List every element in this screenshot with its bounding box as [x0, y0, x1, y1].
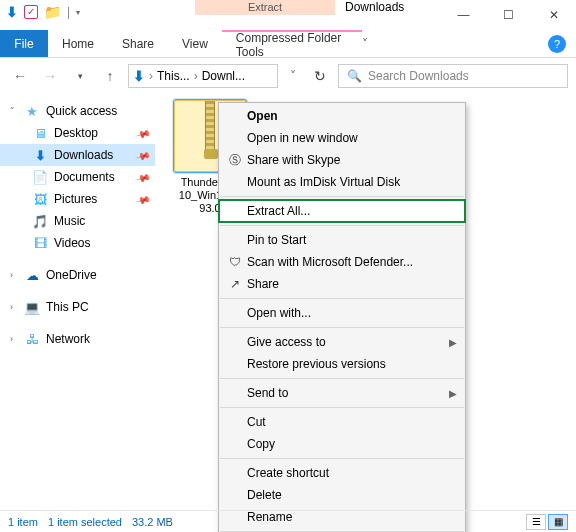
search-icon: 🔍 — [347, 69, 362, 83]
menu-open-new-window[interactable]: Open in new window — [219, 127, 465, 149]
menu-create-shortcut[interactable]: Create shortcut — [219, 462, 465, 484]
nav-label: This PC — [46, 300, 89, 314]
menu-share-skype[interactable]: ⓈShare with Skype — [219, 149, 465, 171]
up-button[interactable]: ↑ — [98, 68, 122, 84]
menu-separator — [220, 327, 464, 328]
pin-icon: 📌 — [135, 125, 151, 141]
network-icon: 🖧 — [24, 332, 40, 347]
chevron-right-icon[interactable]: › — [10, 334, 18, 344]
videos-icon: 🎞 — [32, 236, 48, 251]
details-view-button[interactable]: ☰ — [526, 514, 546, 530]
nav-pictures[interactable]: 🖼 Pictures 📌 — [0, 188, 155, 210]
nav-desktop[interactable]: 🖥 Desktop 📌 — [0, 122, 155, 144]
nav-label: Network — [46, 332, 90, 346]
menu-send-to[interactable]: Send to▶ — [219, 382, 465, 404]
menu-separator — [220, 196, 464, 197]
skype-icon: Ⓢ — [223, 152, 247, 169]
file-tab[interactable]: File — [0, 30, 48, 57]
menu-share[interactable]: ↗Share — [219, 273, 465, 295]
chevron-right-icon[interactable]: › — [10, 270, 18, 280]
navigation-pane: ˅ ★ Quick access 🖥 Desktop 📌 ⬇ Downloads… — [0, 94, 155, 510]
chevron-right-icon: ▶ — [449, 388, 457, 399]
menu-separator — [220, 458, 464, 459]
pin-icon: 📌 — [135, 147, 151, 163]
qat-divider: | — [67, 5, 70, 19]
properties-qat-icon[interactable]: ✓ — [24, 5, 38, 19]
context-menu: Open Open in new window ⓈShare with Skyp… — [218, 102, 466, 532]
nav-this-pc[interactable]: › 💻 This PC — [0, 296, 155, 318]
chevron-right-icon[interactable]: › — [194, 69, 198, 83]
window-controls: — ☐ ✕ — [441, 0, 576, 30]
nav-music[interactable]: 🎵 Music — [0, 210, 155, 232]
menu-restore-previous[interactable]: Restore previous versions — [219, 353, 465, 375]
pin-icon: 📌 — [135, 169, 151, 185]
download-arrow-icon: ⬇ — [6, 4, 18, 20]
menu-delete[interactable]: Delete — [219, 484, 465, 506]
menu-separator — [220, 225, 464, 226]
qat-dropdown-icon[interactable]: ▾ — [76, 8, 80, 17]
menu-pin-to-start[interactable]: Pin to Start — [219, 229, 465, 251]
menu-separator — [220, 298, 464, 299]
desktop-icon: 🖥 — [32, 126, 48, 141]
nav-label: Desktop — [54, 126, 98, 140]
address-dropdown-icon[interactable]: ˅ — [284, 69, 302, 83]
nav-label: Pictures — [54, 192, 97, 206]
nav-downloads[interactable]: ⬇ Downloads 📌 — [0, 144, 155, 166]
tab-compressed-folder-tools[interactable]: Compressed Folder Tools — [222, 30, 362, 57]
view-mode-toggle: ☰ ▦ — [526, 514, 568, 530]
nav-network[interactable]: › 🖧 Network — [0, 328, 155, 350]
breadcrumb-bar[interactable]: ⬇ › This... › Downl... — [128, 64, 278, 88]
music-icon: 🎵 — [32, 214, 48, 229]
nav-label: Videos — [54, 236, 90, 250]
nav-label: Downloads — [54, 148, 113, 162]
menu-mount-imdisk[interactable]: Mount as ImDisk Virtual Disk — [219, 171, 465, 193]
chevron-down-icon[interactable]: ˅ — [10, 106, 18, 116]
recent-locations-button[interactable]: ▾ — [68, 71, 92, 81]
menu-give-access-to[interactable]: Give access to▶ — [219, 331, 465, 353]
folder-qat-icon[interactable]: 📁 — [44, 4, 61, 20]
menu-open[interactable]: Open — [219, 105, 465, 127]
menu-separator — [220, 407, 464, 408]
maximize-button[interactable]: ☐ — [486, 0, 531, 30]
refresh-button[interactable]: ↻ — [308, 68, 332, 84]
shield-icon: 🛡 — [223, 255, 247, 269]
search-box[interactable]: 🔍 Search Downloads — [338, 64, 568, 88]
nav-videos[interactable]: 🎞 Videos — [0, 232, 155, 254]
menu-extract-all[interactable]: Extract All... — [219, 200, 465, 222]
chevron-right-icon[interactable]: › — [10, 302, 18, 312]
address-bar: ← → ▾ ↑ ⬇ › This... › Downl... ˅ ↻ 🔍 Sea… — [0, 58, 576, 94]
nav-documents[interactable]: 📄 Documents 📌 — [0, 166, 155, 188]
chevron-right-icon[interactable]: › — [149, 69, 153, 83]
monitor-icon: 💻 — [24, 300, 40, 315]
nav-label: Documents — [54, 170, 115, 184]
menu-open-with[interactable]: Open with... — [219, 302, 465, 324]
window-title: Downloads — [335, 0, 441, 14]
nav-label: OneDrive — [46, 268, 97, 282]
breadcrumb-item[interactable]: Downl... — [202, 69, 245, 83]
menu-scan-defender[interactable]: 🛡Scan with Microsoft Defender... — [219, 251, 465, 273]
menu-cut[interactable]: Cut — [219, 411, 465, 433]
quick-access-toolbar: ⬇ ✓ 📁 | ▾ — [0, 0, 195, 24]
search-placeholder: Search Downloads — [368, 69, 469, 83]
nav-quick-access[interactable]: ˅ ★ Quick access — [0, 100, 155, 122]
title-bar: ⬇ ✓ 📁 | ▾ Extract Downloads — ☐ ✕ — [0, 0, 576, 30]
nav-onedrive[interactable]: › ☁ OneDrive — [0, 264, 155, 286]
share-icon: ↗ — [223, 277, 247, 291]
download-icon: ⬇ — [32, 148, 48, 163]
location-icon: ⬇ — [133, 68, 145, 84]
contextual-tab-category: Extract — [195, 0, 335, 15]
minimize-button[interactable]: — — [441, 0, 486, 30]
large-icons-view-button[interactable]: ▦ — [548, 514, 568, 530]
star-icon: ★ — [24, 104, 40, 119]
tab-home[interactable]: Home — [48, 30, 108, 57]
breadcrumb-item[interactable]: This... — [157, 69, 190, 83]
close-button[interactable]: ✕ — [531, 0, 576, 30]
tab-share[interactable]: Share — [108, 30, 168, 57]
ribbon-expand-icon[interactable]: ˅ — [362, 37, 368, 51]
pictures-icon: 🖼 — [32, 192, 48, 207]
tab-view[interactable]: View — [168, 30, 222, 57]
menu-copy[interactable]: Copy — [219, 433, 465, 455]
help-icon[interactable]: ? — [548, 35, 566, 53]
forward-button[interactable]: → — [38, 68, 62, 84]
back-button[interactable]: ← — [8, 68, 32, 84]
